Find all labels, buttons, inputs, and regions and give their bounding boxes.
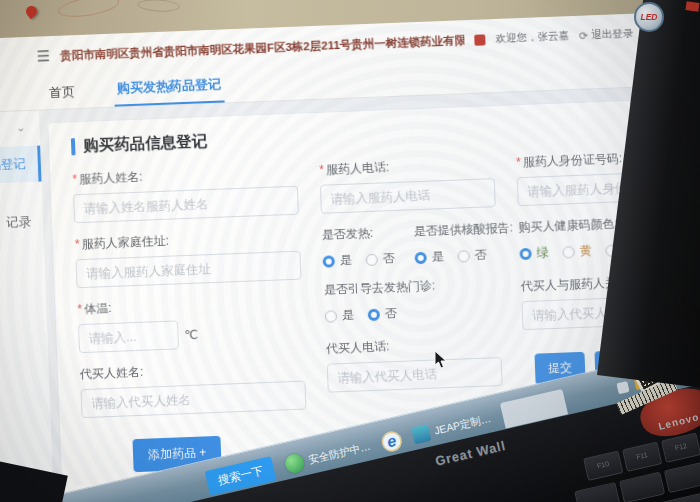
clinic-radio-group: 是否引导去发热门诊: 是 否 [324, 275, 501, 325]
nucleic-radio-group: 是否提供核酸报告: 是 否 [413, 219, 514, 266]
logout-icon: ⟳ [579, 29, 589, 42]
temperature-field: *体温: ℃ [77, 293, 304, 354]
logout-button[interactable]: ⟳ 退出登录 [579, 27, 634, 43]
required-asterisk: * [77, 302, 82, 316]
logout-label: 退出登录 [591, 27, 634, 43]
healthcode-radio-yellow[interactable]: 黄 [562, 242, 592, 260]
radio-pair-row: 是否发热: 是 否 是否提供核酸报告: 是 否 [321, 219, 514, 281]
monitor-brand-logo: Great Wall [434, 438, 507, 469]
sidebar: ⌄ 品登记 记录 [0, 111, 53, 490]
section-title: 购买药品信息登记 [71, 114, 650, 157]
reflection-scribble [137, 0, 180, 13]
patient-name-field: *服药人姓名: [72, 163, 299, 224]
temperature-input[interactable] [78, 320, 179, 353]
sidebar-item-register[interactable]: 品登记 [0, 146, 42, 185]
user-badge-icon [474, 34, 485, 45]
guard-app-icon [283, 452, 306, 475]
keyboard-key [574, 482, 620, 502]
led-badge-text: LED [641, 12, 658, 22]
radio-dot-icon [414, 251, 426, 263]
address-label: 服药人家庭住址: [81, 234, 169, 251]
address-input[interactable] [76, 251, 302, 289]
radio-dot-icon [323, 255, 335, 267]
tray-icon[interactable] [616, 381, 629, 394]
nucleic-label: 是否提供核酸报告: [413, 219, 513, 240]
sidebar-item-records[interactable]: 记录 [0, 203, 44, 242]
welcome-text: 贵阳市南明区贵州省贵阳市南明区花果园F区3栋2层211号贵州一树连锁药业有限公司… [60, 33, 465, 64]
keyboard-key [664, 461, 700, 493]
patient-phone-field: *服药人电话: [319, 155, 496, 214]
patient-name-input[interactable] [73, 186, 299, 224]
buyer-name-input[interactable] [81, 381, 307, 419]
radio-dot-icon [457, 250, 469, 262]
tab-home[interactable]: 首页 [46, 76, 79, 109]
address-field: *服药人家庭住址: [75, 228, 302, 289]
page-title: 购买药品信息登记 [83, 131, 208, 157]
patient-phone-input[interactable] [320, 178, 496, 214]
fever-radio-yes[interactable]: 是 [322, 252, 352, 270]
required-asterisk: * [75, 237, 80, 251]
buyer-name-field: 代买人姓名: [80, 358, 307, 419]
header-user-area: 欢迎您，张云嘉 ⟳ 退出登录 [474, 27, 633, 47]
required-asterisk: * [319, 163, 324, 177]
mouse-cursor [434, 350, 448, 374]
clinic-radio-yes[interactable]: 是 [325, 307, 355, 325]
radio-dot-icon [325, 310, 337, 322]
radio-dot-icon [562, 246, 574, 258]
reflection-scribble [57, 0, 121, 21]
keyboard-key [619, 472, 665, 502]
temperature-unit: ℃ [184, 327, 198, 342]
required-asterisk: * [516, 155, 521, 169]
photo-scene: ☰ 贵阳市南明区贵州省贵阳市南明区花果园F区3栋2层211号贵州一树连锁药业有限… [0, 0, 700, 502]
buyer-phone-input[interactable] [327, 357, 503, 393]
clinic-radio-no[interactable]: 否 [368, 305, 398, 323]
keyboard-key: F10 [583, 450, 623, 481]
buyer-name-label: 代买人姓名: [80, 358, 305, 384]
radio-dot-icon [519, 247, 531, 259]
buyer-phone-label: 代买人电话: [326, 334, 502, 358]
chevron-down-icon[interactable]: ⌄ [0, 111, 40, 139]
buyer-phone-field: 代买人电话: [326, 334, 503, 393]
patient-name-label: 服药人姓名: [79, 170, 143, 186]
title-accent-bar [71, 138, 76, 155]
required-asterisk: * [72, 172, 77, 186]
keyboard-key: F11 [622, 441, 662, 472]
menu-toggle-icon[interactable]: ☰ [36, 47, 50, 66]
fever-label: 是否发热: [321, 224, 394, 244]
nucleic-radio-yes[interactable]: 是 [414, 248, 444, 266]
led-badge: LED [634, 2, 664, 32]
patient-phone-label: 服药人电话: [326, 160, 390, 176]
user-greeting: 欢迎您，张云嘉 [495, 29, 569, 46]
tab-register[interactable]: 购买发热药品登记 [113, 68, 224, 106]
ie-browser-icon[interactable]: e [380, 429, 404, 453]
temperature-label: 体温: [84, 301, 112, 316]
window-app-icon [411, 424, 431, 444]
radio-dot-icon [366, 253, 378, 265]
keyboard-key: F12 [661, 432, 700, 463]
fever-radio-no[interactable]: 否 [365, 250, 395, 268]
healthcode-radio-green[interactable]: 绿 [519, 244, 549, 262]
red-corner-tag [685, 1, 699, 12]
form-column-1: *服药人姓名: *服药人家庭住址: *体温: ℃ [72, 163, 308, 474]
fever-radio-group: 是否发热: 是 否 [321, 224, 395, 270]
radio-dot-icon [368, 308, 380, 320]
patient-id-label: 服药人身份证号码: [523, 151, 623, 169]
nucleic-radio-no[interactable]: 否 [457, 246, 487, 264]
